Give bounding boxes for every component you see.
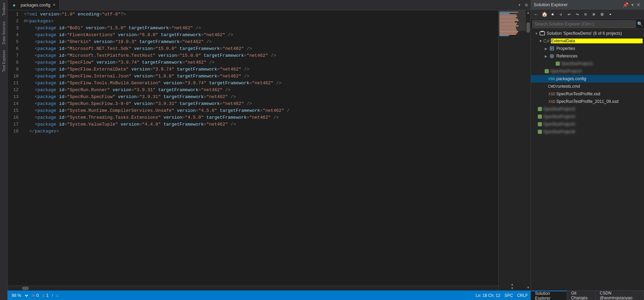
- se-properties-button[interactable]: ■: [549, 11, 556, 18]
- se-search-icon[interactable]: 🔍: [637, 21, 643, 27]
- line-num-4: 4: [8, 32, 19, 39]
- code-line-4: <package id="FluentAssertions" version="…: [24, 32, 498, 39]
- tree-item-blurred3: SpecflowProject3: [531, 105, 644, 113]
- tree-item-externaldata[interactable]: ▼ C# ExternalData: [531, 37, 644, 45]
- scroll-down-button[interactable]: ▼: [526, 285, 530, 290]
- solution-explorer-header: Solution Explorer 📌 ▾ ✕: [531, 0, 644, 10]
- tree-item-references[interactable]: ▶ References: [531, 52, 644, 60]
- line-num-18: 18: [8, 128, 19, 135]
- se-refresh-button[interactable]: ↺: [557, 11, 565, 18]
- scroll-up-button[interactable]: ▲: [526, 10, 530, 15]
- se-dropdown-button[interactable]: ▾: [631, 2, 634, 8]
- tree-item-packages-config[interactable]: XML packages.config: [531, 75, 644, 83]
- line-num-11: 11: [8, 80, 19, 87]
- cursor-position: Ln: 18 Ch: 12: [476, 293, 500, 298]
- error-count: 0: [36, 293, 39, 298]
- tab-packages-config[interactable]: ■ packages.config ✕: [8, 0, 59, 10]
- blurred3-label: SpecflowProject3: [543, 107, 643, 111]
- tab-actions: ▾ ⚙: [517, 2, 531, 8]
- right-panel: Solution Explorer 📌 ▾ ✕ ← 🏠 ■ ↺ ↩ ↪ ⊟ ⊠ …: [531, 0, 644, 300]
- horizontal-scrollbar[interactable]: [8, 286, 498, 290]
- blurred4-label: SpecflowProject4: [543, 114, 643, 119]
- scroll-thumb[interactable]: [526, 22, 530, 33]
- specrun-profile-icon: XSD: [549, 91, 555, 97]
- warning-icon: ⚠: [42, 293, 45, 298]
- status-error: ✕ 0: [32, 293, 39, 298]
- error-icon: ✕: [32, 293, 35, 298]
- se-extra-button[interactable]: ▪: [607, 11, 614, 18]
- editor-scroll-area: 1 2 3 4 5 6 7 8 9 10 11 12 13 14 15 16 1: [8, 10, 531, 290]
- se-pin-button[interactable]: 📌: [622, 2, 629, 8]
- runtests-icon: CMD: [549, 83, 555, 89]
- status-bar-left: 98 % 100 % ✕ 0 ⚠ 1 ↑ ↓: [10, 293, 58, 298]
- line-numbers: 1 2 3 4 5 6 7 8 9 10 11 12 13 14 15 16 1: [8, 10, 21, 286]
- se-close-button[interactable]: ✕: [636, 2, 641, 8]
- code-content: 1 2 3 4 5 6 7 8 9 10 11 12 13 14 15 16 1: [8, 10, 498, 286]
- se-settings-button[interactable]: ⚙: [598, 11, 606, 18]
- se-sync-button[interactable]: ⊟: [582, 11, 589, 18]
- blurred4-icon: [538, 115, 542, 119]
- tree-item-blurred6: SpecflowProject6: [531, 128, 644, 136]
- tab-close-button[interactable]: ✕: [53, 3, 56, 7]
- externaldata-label: ExternalData: [551, 39, 643, 43]
- runtests-label: runtests.cmd: [556, 84, 643, 89]
- se-toolbar: ← 🏠 ■ ↺ ↩ ↪ ⊟ ⊠ ⚙ ▪: [531, 10, 644, 19]
- code-line-3: <package id="BoDi" version="1.5.0" targe…: [24, 25, 498, 32]
- blurred1-label: SpecflowProject1: [561, 61, 643, 66]
- packages-config-label: packages.config: [556, 76, 643, 81]
- tree-item-runtests[interactable]: CMD runtests.cmd: [531, 83, 644, 90]
- code-lines[interactable]: <?xml version="1.0" encoding="utf-8"?> ⊟…: [21, 10, 498, 286]
- blurred3-icon: [538, 107, 542, 111]
- se-tab-csdn[interactable]: CSDN @wumingxiaoyao: [596, 291, 644, 300]
- line-num-12: 12: [8, 87, 19, 94]
- line-num-16: 16: [8, 114, 19, 121]
- se-undo-button[interactable]: ↩: [565, 11, 573, 18]
- nav-up-icon[interactable]: ↑: [51, 293, 53, 298]
- sidebar-tab-toolbox[interactable]: Toolbox: [1, 0, 7, 19]
- se-home-button[interactable]: 🏠: [541, 11, 548, 18]
- sidebar-tab-test-explorer[interactable]: Test Explorer: [1, 47, 7, 75]
- zoom-select[interactable]: 98 % 100 %: [10, 293, 29, 298]
- h-scroll-thumb[interactable]: [22, 287, 29, 290]
- line-num-7: 7: [8, 52, 19, 59]
- sidebar-tab-data-sources[interactable]: Data Sources: [1, 19, 7, 47]
- line-num-2: 2: [8, 18, 19, 25]
- minimap-scroll-down[interactable]: ▼: [511, 287, 513, 290]
- code-line-13: <package id="SpecRun.SpecFlow" version="…: [24, 94, 498, 100]
- se-tab-solution-explorer[interactable]: Solution Explorer: [531, 291, 567, 300]
- settings-icon[interactable]: ⚙: [524, 2, 529, 8]
- minimap-scroll-up[interactable]: ▲: [511, 283, 513, 287]
- se-header-actions: 📌 ▾ ✕: [622, 2, 641, 8]
- code-line-10: <package id="SpecFlow.Internal.Json" ver…: [24, 73, 498, 80]
- line-num-3: 3: [8, 25, 19, 32]
- tree-item-blurred4: SpecflowProject4: [531, 113, 644, 120]
- code-area[interactable]: 1 2 3 4 5 6 7 8 9 10 11 12 13 14 15 16 1: [8, 10, 498, 290]
- minimap-viewport-highlight: [499, 10, 526, 31]
- se-bottom-tabs: Solution Explorer Git Changes CSDN @wumi…: [531, 290, 644, 300]
- vertical-scrollbar[interactable]: ▲ ▼: [526, 10, 531, 290]
- warning-count: 1: [46, 293, 49, 298]
- tree-item-blurred1: SpecflowProject1: [531, 60, 644, 67]
- se-redo-button[interactable]: ↪: [574, 11, 581, 18]
- tree-item-specrun-profile[interactable]: XSD SpecRunTestProfile.xsd: [531, 90, 644, 98]
- se-tab-git-changes[interactable]: Git Changes: [567, 291, 596, 300]
- tree-item-specrun-profile-2011[interactable]: XSD SpecRunTestProfile_2011_09.xsd: [531, 98, 644, 105]
- line-num-10: 10: [8, 73, 19, 80]
- tree-item-properties[interactable]: ▶ Properties: [531, 45, 644, 52]
- code-line-14: <package id="SpecRun.SpecFlow.3-9-0" ver…: [24, 100, 498, 107]
- blurred5-label: SpecflowProject5: [543, 122, 643, 127]
- se-collapse-button[interactable]: ⊠: [590, 11, 598, 18]
- line-num-9: 9: [8, 66, 19, 73]
- solution-label: Solution 'SpecflowDemo' (6 of 6 projects…: [547, 31, 643, 36]
- tree-item-blurred5: SpecflowProject5: [531, 120, 644, 128]
- specrun-profile-2011-icon: XSD: [549, 98, 555, 105]
- code-line-12: <package id="SpecRun.Runner" version="3.…: [24, 87, 498, 94]
- se-back-button[interactable]: ←: [532, 11, 540, 18]
- status-bar-right: Ln: 18 Ch: 12 SPC CRLF: [476, 293, 528, 298]
- tree-item-solution[interactable]: ▼ Solution 'SpecflowDemo' (6 of 6 projec…: [531, 30, 644, 37]
- nav-down-icon[interactable]: ↓: [56, 293, 58, 298]
- tab-dropdown-button[interactable]: ▾: [517, 2, 522, 8]
- encoding-label: SPC: [504, 293, 513, 298]
- blurred2-icon: [545, 69, 549, 73]
- se-search-input[interactable]: [532, 20, 636, 28]
